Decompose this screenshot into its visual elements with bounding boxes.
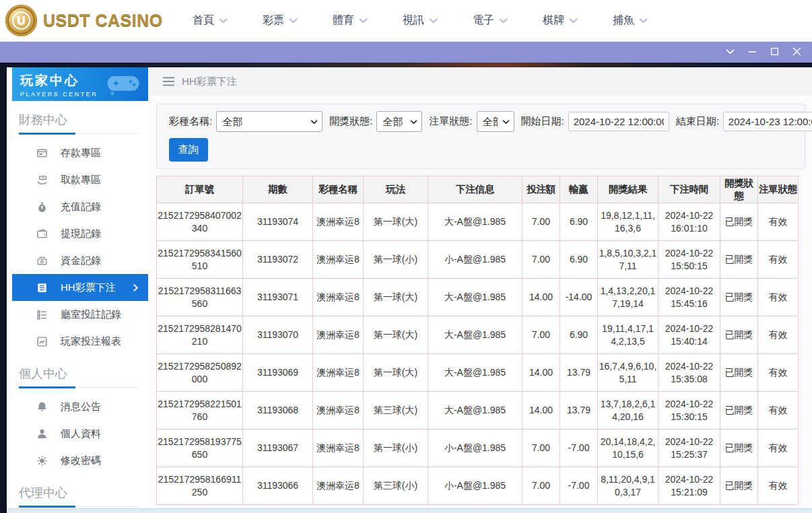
- cell-draw-result: 13,7,18,2,6,14,20,16: [598, 392, 658, 430]
- sidebar-item-profile[interactable]: 個人資料: [12, 420, 148, 447]
- sidebar-item-hall-bet-record[interactable]: 廳室投註記錄: [12, 301, 148, 328]
- horizontal-scrollbar[interactable]: [7, 508, 812, 513]
- nav-item-label: 體育: [333, 13, 354, 28]
- brand[interactable]: U USDT CASINO: [0, 5, 160, 36]
- chevron-right-icon: [133, 283, 139, 292]
- maximize-button[interactable]: [764, 42, 786, 63]
- cell-bet-info: 大-A盤@1.985: [428, 354, 522, 392]
- cell-play-type: 第一球(小): [364, 430, 428, 467]
- nav-item-label: 棋牌: [543, 13, 564, 28]
- cell-period: 31193072: [243, 241, 313, 279]
- cell-order-status: 有效: [758, 430, 799, 467]
- chevron-down-icon: [726, 46, 735, 59]
- sidebar-item-announcements[interactable]: 消息公告: [12, 393, 148, 420]
- sidebar-item-funds-record[interactable]: 資金記錄: [12, 247, 148, 274]
- cell-win-loss: 6.90: [560, 203, 598, 241]
- cell-win-loss: 6.90: [560, 241, 598, 279]
- cell-play-type: 第三球(大): [364, 392, 428, 430]
- lottery-select[interactable]: 全部: [216, 111, 323, 132]
- nav-item-fishing[interactable]: 捕魚: [595, 0, 665, 42]
- chart-icon: [36, 336, 48, 347]
- cell-order-no: 2152172958193775650: [157, 430, 243, 467]
- cell-bet-time: 2024-10-22 15:40:14: [658, 316, 720, 354]
- cell-draw-status: 已開獎: [720, 203, 758, 241]
- cell-order-no: 2152172958311663560: [157, 279, 243, 316]
- end-date-input[interactable]: [723, 112, 812, 131]
- search-button[interactable]: 查詢: [169, 138, 208, 162]
- dropdown-button[interactable]: [719, 42, 741, 63]
- sidebar-item-withdraw[interactable]: 取款專區: [12, 166, 148, 193]
- nav-item-live[interactable]: 視訊: [385, 0, 455, 42]
- sidebar-item-withdrawal-record[interactable]: 提現記錄: [12, 220, 148, 247]
- nav-item-sports[interactable]: 體育: [315, 0, 385, 42]
- sidebar-item-recharge-record[interactable]: 充值記錄: [12, 193, 148, 220]
- cell-order-status: 有效: [758, 354, 799, 392]
- cell-bet-amount: 7.00: [522, 316, 560, 354]
- nav-item-label: 捕魚: [613, 13, 634, 28]
- player-center-panel: 玩家中心 PLAYERS CENTER 財務中心存款專區取款專區充值記錄提現記錄…: [7, 67, 812, 513]
- cell-period: 31193066: [243, 467, 313, 505]
- section-divider: [19, 386, 139, 388]
- nav-item-lottery[interactable]: 彩票: [245, 0, 315, 42]
- nav-item-slots[interactable]: 電子: [455, 0, 525, 42]
- sidebar-section-title: 代理中心: [19, 485, 148, 501]
- cell-lottery-name: 澳洲幸运8: [313, 316, 364, 354]
- chevron-down-icon: [219, 18, 228, 24]
- order-status-select-wrap: 全部: [477, 111, 514, 132]
- nav-item-chess[interactable]: 棋牌: [525, 0, 595, 42]
- nav-item-home[interactable]: 首頁: [175, 0, 245, 42]
- moneybag-icon: [36, 201, 48, 213]
- cell-win-loss: 13.79: [560, 354, 598, 392]
- cell-draw-result: 16,7,4,9,6,10,5,11: [598, 354, 658, 392]
- sidebar-item-label: 取款專區: [61, 174, 101, 186]
- close-button[interactable]: [786, 42, 808, 63]
- minimize-button[interactable]: [741, 42, 764, 63]
- cell-play-type: 第一球(大): [364, 279, 428, 316]
- sidebar-item-label: HH彩票下注: [61, 281, 116, 294]
- cell-bet-amount: 7.00: [522, 467, 560, 505]
- table-row: 215217295819377565031193067澳洲幸运8第一球(小)小-…: [157, 430, 799, 467]
- end-date-label: 結束日期:: [676, 115, 719, 128]
- order-status-filter: 注單狀態: 全部: [429, 111, 514, 132]
- order-status-select[interactable]: 全部: [477, 111, 514, 132]
- bets-table: 訂單號期數彩種名稱玩法下注信息投注額輸贏開獎結果下注時間開獎狀態注單狀態 215…: [156, 176, 799, 505]
- chevron-down-icon: [499, 18, 508, 24]
- cell-play-type: 第一球(大): [364, 354, 428, 392]
- banknote-icon: [36, 255, 48, 267]
- sidebar-item-label: 消息公告: [61, 401, 101, 413]
- draw-status-filter: 開獎狀態: 全部: [329, 111, 422, 132]
- maximize-icon: [770, 46, 779, 59]
- sidebar-section-title: 財務中心: [19, 112, 148, 128]
- col-order-no: 訂單號: [157, 176, 243, 203]
- order-status-filter-label: 注單狀態:: [429, 115, 472, 128]
- end-date-filter: 結束日期:: [676, 112, 812, 131]
- sidebar-item-label: 個人資料: [61, 428, 101, 440]
- cell-bet-amount: 14.00: [522, 392, 560, 430]
- sidebar-item-player-bet-report[interactable]: 玩家投注報表: [12, 328, 148, 355]
- window-titlebar: [0, 42, 812, 63]
- nav-item-label: 視訊: [403, 13, 424, 28]
- col-lottery-name: 彩種名稱: [313, 176, 364, 203]
- col-bet-info: 下注信息: [428, 176, 522, 203]
- cell-order-no: 2152172958407002340: [157, 203, 243, 241]
- sidebar-body: 財務中心存款專區取款專區充值記錄提現記錄資金記錄HH彩票下注廳室投註記錄玩家投注…: [12, 112, 148, 513]
- start-date-input[interactable]: [568, 112, 669, 131]
- sidebar-item-deposit[interactable]: 存款專區: [12, 139, 148, 166]
- chevron-down-icon: [569, 18, 578, 24]
- sidebar-item-hh-lottery-bet[interactable]: HH彩票下注: [12, 274, 148, 301]
- menu-toggle-icon[interactable]: [163, 77, 174, 86]
- cell-lottery-name: 澳洲幸运8: [313, 354, 364, 392]
- section-divider: [19, 132, 139, 134]
- cell-bet-amount: 7.00: [522, 241, 560, 279]
- table-row: 215217295831166356031193071澳洲幸运8第一球(大)大-…: [157, 279, 799, 316]
- cell-bet-amount: 14.00: [522, 279, 560, 316]
- start-date-filter: 開始日期:: [521, 112, 669, 131]
- cell-bet-time: 2024-10-22 15:45:16: [658, 279, 720, 316]
- sidebar-item-change-password[interactable]: 修改密碼: [12, 447, 148, 474]
- lottery-filter: 彩種名稱: 全部: [169, 111, 323, 132]
- draw-status-select[interactable]: 全部: [376, 111, 422, 132]
- cell-draw-status: 已開獎: [720, 467, 758, 505]
- table-header: 訂單號期數彩種名稱玩法下注信息投注額輸贏開獎結果下注時間開獎狀態注單狀態: [157, 176, 799, 203]
- cell-draw-result: 8,11,20,4,9,10,3,17: [598, 467, 658, 505]
- cell-draw-result: 1,4,13,2,20,17,19,14: [598, 279, 658, 316]
